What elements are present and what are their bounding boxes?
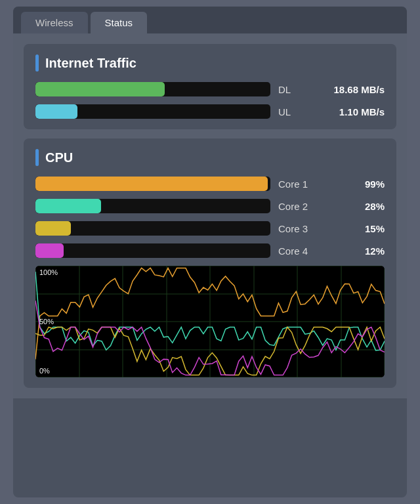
core2-label: Core 2 [278,201,318,212]
core3-track [35,221,270,236]
core1-fill [35,177,268,191]
dl-label: DL [278,84,318,95]
chart-label-100: 100% [39,268,58,276]
internet-traffic-label: Internet Traffic [45,56,136,71]
tab-bar: Wireless Status [13,7,407,33]
cpu-chart: 100% 50% 0% [35,266,385,377]
tab-wireless[interactable]: Wireless [21,12,88,33]
core4-label: Core 4 [278,245,318,257]
ul-bar-fill [35,104,77,119]
core2-track [35,199,270,213]
ul-bar-track [35,104,270,119]
cpu-card: CPU Core 1 99% Core 2 28% Core [24,138,396,388]
main-window: Wireless Status Internet Traffic DL 18.6… [13,7,407,497]
chart-label-0: 0% [39,367,50,375]
dl-bar-fill [35,82,165,96]
core4-row: Core 4 12% [35,243,385,258]
cpu-canvas [35,266,385,377]
core4-value: 12% [326,245,385,257]
ul-label: UL [278,106,318,117]
core1-row: Core 1 99% [35,177,385,191]
traffic-dl-row: DL 18.68 MB/s [35,82,385,96]
core4-fill [35,243,64,258]
cpu-label: CPU [45,150,73,165]
internet-traffic-title: Internet Traffic [35,54,385,72]
tab-status[interactable]: Status [91,12,148,33]
core1-label: Core 1 [278,178,318,190]
core3-fill [35,221,71,236]
accent-bar-traffic [35,54,39,72]
chart-label-50: 50% [39,318,54,326]
tab-content: Internet Traffic DL 18.68 MB/s UL 1.10 M… [13,33,407,398]
core1-track [35,177,270,191]
core2-fill [35,199,101,213]
dl-value: 18.68 MB/s [326,84,385,95]
core3-value: 15% [326,223,385,234]
core2-row: Core 2 28% [35,199,385,213]
core2-value: 28% [326,201,385,212]
dl-bar-track [35,82,270,96]
ul-value: 1.10 MB/s [326,106,385,117]
internet-traffic-card: Internet Traffic DL 18.68 MB/s UL 1.10 M… [24,44,396,129]
core3-row: Core 3 15% [35,221,385,236]
accent-bar-cpu [35,149,39,166]
traffic-ul-row: UL 1.10 MB/s [35,104,385,119]
cpu-title: CPU [35,149,385,166]
core1-value: 99% [326,178,385,190]
core4-track [35,243,270,258]
core3-label: Core 3 [278,223,318,234]
